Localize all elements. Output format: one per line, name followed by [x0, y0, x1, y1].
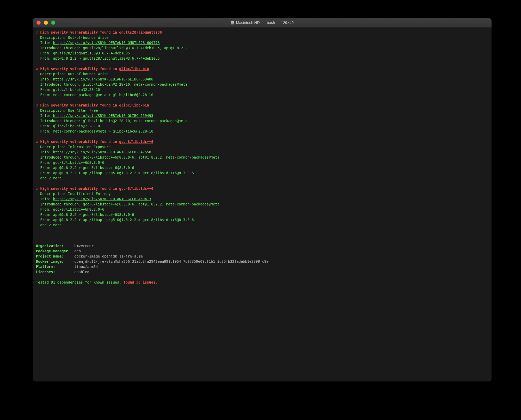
introduced-line: Introduced through: glibc/libc-bin@2.28-…	[36, 82, 187, 86]
info-url[interactable]: https://snyk.io/vuln/SNYK-DEBIAN10-GCC8-…	[53, 150, 151, 154]
summary-label: Licenses:	[36, 270, 74, 274]
vuln-header: High severity vulnerability found in	[40, 103, 119, 107]
vuln-header: High severity vulnerability found in	[40, 67, 119, 71]
info-line: Info:	[36, 77, 53, 81]
info-line: Info:	[36, 197, 53, 201]
more-line: and 2 more...	[36, 176, 68, 180]
more-line: and 2 more...	[36, 223, 68, 227]
severity-marker: ✗	[36, 67, 40, 71]
info-url[interactable]: https://snyk.io/vuln/SNYK-DEBIAN10-GNUTL…	[53, 41, 160, 45]
vuln-header: High severity vulnerability found in	[40, 140, 119, 144]
vuln-package: gcc-8/libstdc++6	[119, 186, 153, 191]
window-title: Macintosh HD — -bash — 129×49	[236, 21, 293, 25]
terminal-window: Macintosh HD — -bash — 129×49 ✗ High sev…	[33, 18, 492, 381]
vuln-package: gnutls28/libgnutls30	[119, 30, 162, 34]
severity-marker: ✗	[36, 186, 40, 191]
footer-prefix: Tested 91 dependencies for known issues,	[36, 280, 124, 284]
info-line: Info:	[36, 114, 53, 118]
summary-label: Docker image:	[36, 259, 74, 264]
from-line: From: apt@1.8.2.2 > apt/libapt-pkg5.0@1.…	[36, 218, 194, 222]
summary-value: openjdk:11-jre-slim@sha256:31a5d3fa2942e…	[74, 259, 268, 264]
introduced-line: Introduced through: gnutls28/libgnutls30…	[36, 46, 187, 50]
introduced-line: Introduced through: gcc-8/libstdc++6@8.3…	[36, 202, 219, 206]
from-line: From: apt@1.8.2.2 > gcc-8/libstdc++6@8.3…	[36, 166, 134, 170]
from-line: From: apt@1.8.2.2 > gnutls28/libgnutls30…	[36, 56, 160, 60]
introduced-line: Introduced through: gcc-8/libstdc++6@8.3…	[36, 155, 219, 159]
severity-marker: ✗	[36, 103, 40, 107]
summary-label: Platform:	[36, 265, 74, 269]
desc-line: Description: Information Exposure	[36, 145, 111, 149]
summary-label: Organization:	[36, 244, 74, 248]
vuln-package: glibc/libc-bin	[119, 67, 149, 71]
titlebar[interactable]: Macintosh HD — -bash — 129×49	[33, 18, 492, 28]
summary-label: Project name:	[36, 254, 74, 258]
summary-value: bmvermeer	[74, 244, 94, 248]
desc-line: Description: Use After Free	[36, 108, 98, 112]
desc-line: Description: Out-of-bounds Write	[36, 35, 108, 40]
from-line: From: apt@1.8.2.2 > gcc-8/libstdc++6@8.3…	[36, 212, 134, 217]
severity-marker: ✗	[36, 140, 40, 144]
from-line: From: gnutls28/libgnutls30@3.6.7-4+deb10…	[36, 51, 130, 55]
desc-line: Description: Insufficient Entropy	[36, 192, 111, 196]
vuln-package: glibc/libc-bin	[119, 103, 149, 107]
disk-icon	[231, 21, 234, 24]
from-line: From: gcc-8/libstdc++6@8.3.0-6	[36, 160, 104, 165]
from-line: From: glibc/libc-bin@2.28-10	[36, 124, 100, 128]
terminal-body[interactable]: ✗ High severity vulnerability found in g…	[33, 28, 492, 288]
from-line: From: gcc-8/libstdc++6@8.3.0-6	[36, 207, 104, 211]
info-url[interactable]: https://snyk.io/vuln/SNYK-DEBIAN10-GLIBC…	[53, 114, 153, 118]
vuln-package: gcc-8/libstdc++6	[119, 140, 153, 144]
severity-marker: ✗	[36, 30, 40, 34]
footer-highlight: found 58 issues.	[124, 280, 158, 284]
introduced-line: Introduced through: glibc/libc-bin@2.28-…	[36, 119, 187, 123]
info-url[interactable]: https://snyk.io/vuln/SNYK-DEBIAN10-GLIBC…	[53, 77, 153, 81]
vuln-header: High severity vulnerability found in	[40, 186, 119, 191]
summary-label: Package manager:	[36, 249, 74, 253]
summary-value: enabled	[74, 270, 89, 274]
from-line: From: meta-common-packages@meta > glibc/…	[36, 93, 153, 97]
from-line: From: glibc/libc-bin@2.28-10	[36, 87, 100, 92]
summary-value: deb	[74, 249, 81, 253]
from-line: From: apt@1.8.2.2 > apt/libapt-pkg5.0@1.…	[36, 171, 194, 175]
summary-value: docker-image|openjdk:11-jre-slim	[74, 254, 143, 258]
info-line: Info:	[36, 41, 53, 45]
summary-value: linux/arm64	[74, 265, 98, 269]
from-line: From: meta-common-packages@meta > glibc/…	[36, 129, 153, 133]
vuln-header: High severity vulnerability found in	[40, 30, 119, 34]
info-line: Info:	[36, 150, 53, 154]
info-url[interactable]: https://snyk.io/vuln/SNYK-DEBIAN10-GCC8-…	[53, 197, 151, 201]
desc-line: Description: Out-of-bounds Write	[36, 72, 108, 76]
